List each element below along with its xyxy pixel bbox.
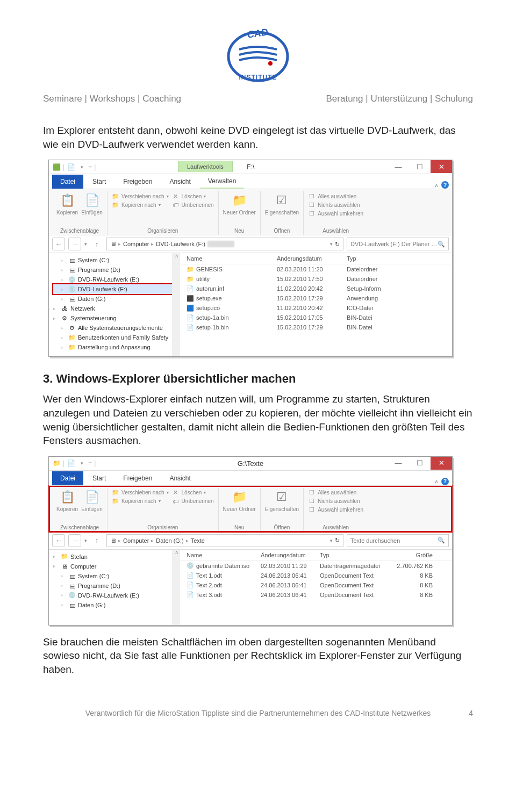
ribbon-collapse-icon[interactable]: ʌ	[435, 478, 438, 484]
rename-button[interactable]: 🏷Umbenennen	[172, 498, 214, 505]
tree-item[interactable]: ▹🖴System (C:)	[53, 255, 172, 265]
col-name[interactable]: Name	[180, 255, 277, 262]
col-name[interactable]: Name	[180, 552, 261, 558]
tree-scrollbar[interactable]: ʌ	[173, 253, 180, 356]
nav-back-button[interactable]: ←	[52, 534, 65, 547]
file-list[interactable]: Name Änderungsdatum Typ 📁GENESIS02.03.20…	[180, 253, 452, 356]
minimize-button[interactable]: —	[388, 160, 409, 173]
drive-tools-contextual-tab[interactable]: Laufwerktools	[178, 161, 233, 172]
file-row[interactable]: 📄autorun.inf11.02.2010 20:42Setup-Inform	[180, 284, 452, 293]
nav-forward-button[interactable]: →	[68, 534, 81, 547]
move-to-button[interactable]: 📁Verschieben nach ▾	[112, 489, 169, 497]
properties-button[interactable]: ☑Eigenschaften	[265, 489, 299, 512]
file-row[interactable]: 📄Text 2.odt24.06.2013 06:41OpenDocument …	[180, 580, 452, 590]
tree-item[interactable]: ▹🖴Programme (D:)	[53, 581, 172, 591]
tab-freigeben[interactable]: Freigeben	[115, 471, 160, 485]
new-folder-button[interactable]: 📁Neuer Ordner	[223, 192, 256, 215]
tree-item[interactable]: ▹⚙Alle Systemsteuerungselemente	[53, 323, 172, 333]
qat-dropdown-icon[interactable]: ▾	[77, 163, 86, 171]
file-row[interactable]: ⬛setup.exe15.02.2010 17:29Anwendung	[180, 293, 452, 303]
maximize-button[interactable]: ☐	[409, 457, 431, 470]
select-all-button[interactable]: ☐Alles auswählen	[308, 192, 363, 200]
tree-item[interactable]: ▹📁Darstellung und Anpassung	[53, 342, 172, 352]
tree-item[interactable]: ▹📁Stefan	[53, 552, 172, 562]
maximize-button[interactable]: ☐	[409, 160, 431, 173]
search-input[interactable]: Texte durchsuchen 🔍	[347, 534, 449, 547]
rename-button[interactable]: 🏷Umbenennen	[172, 201, 214, 209]
ribbon-collapse-icon[interactable]: ʌ	[435, 182, 438, 188]
tab-ansicht[interactable]: Ansicht	[161, 471, 198, 485]
select-all-button[interactable]: ☐Alles auswählen	[308, 489, 363, 497]
file-row[interactable]: 🟦setup.ico11.02.2010 20:42ICO-Datei	[180, 303, 452, 313]
move-to-button[interactable]: 📁Verschieben nach ▾	[112, 192, 169, 200]
search-input[interactable]: DVD-Laufwerk (F:) Der Planer … 🔍	[347, 238, 449, 250]
nav-history-icon[interactable]: ▾	[84, 241, 87, 247]
file-row[interactable]: 📄Text 3.odt24.06.2013 06:41OpenDocument …	[180, 590, 452, 600]
file-row[interactable]: 📄Text 1.odt24.06.2013 06:41OpenDocument …	[180, 571, 452, 580]
close-button[interactable]: ✕	[431, 160, 452, 173]
file-list[interactable]: Name Änderungsdatum Typ Größe 💿gebrannte…	[180, 550, 452, 625]
copy-button[interactable]: 📋Kopieren	[56, 489, 78, 512]
copy-to-button[interactable]: 📁Kopieren nach ▾	[112, 498, 169, 505]
paste-button[interactable]: 📄Einfügen	[81, 192, 103, 215]
new-folder-button[interactable]: 📁Neuer Ordner	[223, 489, 256, 512]
nav-up-button[interactable]: ↑	[90, 238, 103, 250]
tab-verwalten[interactable]: Verwalten	[200, 174, 245, 189]
help-icon[interactable]: ?	[441, 478, 449, 485]
tab-datei[interactable]: Datei	[52, 471, 83, 485]
tree-item[interactable]: ▹💿DVD-RW-Laufwerk (E:)	[53, 275, 172, 284]
col-type[interactable]: Typ	[347, 255, 406, 262]
nav-history-icon[interactable]: ▾	[84, 538, 87, 543]
refresh-icon[interactable]: ↻	[335, 537, 340, 544]
col-size[interactable]: Größe	[395, 552, 438, 558]
help-icon[interactable]: ?	[441, 181, 449, 189]
qat-new-icon[interactable]: 📄	[67, 163, 75, 171]
tab-start[interactable]: Start	[84, 175, 114, 189]
col-date[interactable]: Änderungsdatum	[277, 255, 347, 262]
nav-forward-button[interactable]: →	[68, 238, 81, 250]
copy-button[interactable]: 📋Kopieren	[56, 192, 78, 215]
close-button[interactable]: ✕	[431, 457, 452, 470]
qat-new-icon[interactable]: 📄	[67, 459, 75, 468]
select-none-button[interactable]: ☐Nichts auswählen	[308, 498, 363, 505]
tab-freigeben[interactable]: Freigeben	[115, 175, 160, 189]
tree-item[interactable]: ▹💿DVD-Laufwerk (F:)	[53, 284, 172, 294]
nav-up-button[interactable]: ↑	[90, 534, 103, 547]
file-row[interactable]: 💿gebrannte Daten.iso02.03.2010 11:29Date…	[180, 561, 452, 571]
tree-item[interactable]: ▹🖧Netzwerk	[53, 304, 172, 313]
col-date[interactable]: Änderungsdatum	[261, 552, 320, 558]
refresh-icon[interactable]: ↻	[335, 241, 340, 248]
file-row[interactable]: 📄setup-1a.bin15.02.2010 17:05BIN-Datei	[180, 313, 452, 322]
tree-item[interactable]: ▹📁Benutzerkonten und Family Safety	[53, 333, 172, 342]
paste-button[interactable]: 📄Einfügen	[81, 489, 103, 512]
tree-item[interactable]: ▹🖴Daten (G:)	[53, 294, 172, 304]
properties-button[interactable]: ☑Eigenschaften	[265, 192, 299, 215]
invert-selection-button[interactable]: ☐Auswahl umkehren	[308, 210, 363, 217]
tree-item[interactable]: ▹💿DVD-RW-Laufwerk (E:)	[53, 591, 172, 600]
nav-back-button[interactable]: ←	[52, 238, 65, 250]
minimize-button[interactable]: —	[388, 457, 409, 470]
tab-ansicht[interactable]: Ansicht	[161, 175, 198, 189]
tree-scrollbar[interactable]: ʌ	[173, 550, 180, 625]
nav-tree[interactable]: ▹📁Stefan▹🖥Computer▹🖴System (C:)▹🖴Program…	[49, 550, 173, 625]
file-row[interactable]: 📁utility15.02.2010 17:50Dateiordner	[180, 274, 452, 284]
file-row[interactable]: 📄setup-1b.bin15.02.2010 17:29BIN-Datei	[180, 322, 452, 332]
delete-button[interactable]: ✕Löschen ▾	[172, 192, 214, 200]
breadcrumb[interactable]: 🖥 ▸ Computer ▸ DVD-Laufwerk (F:) ▾ ↻	[106, 238, 343, 250]
invert-selection-button[interactable]: ☐Auswahl umkehren	[308, 506, 363, 514]
nav-tree[interactable]: ▹🖴System (C:)▹🖴Programme (D:)▹💿DVD-RW-La…	[49, 253, 173, 356]
col-type[interactable]: Typ	[320, 552, 395, 558]
select-none-button[interactable]: ☐Nichts auswählen	[308, 201, 363, 209]
tree-item[interactable]: ▹🖥Computer	[53, 562, 172, 571]
qat-dropdown-icon[interactable]: ▾	[77, 459, 86, 468]
tree-item[interactable]: ▹⚙Systemsteuerung	[53, 313, 172, 323]
tree-item[interactable]: ▹🖴System (C:)	[53, 571, 172, 581]
tree-item[interactable]: ▹🖴Daten (G:)	[53, 600, 172, 610]
delete-button[interactable]: ✕Löschen ▾	[172, 489, 214, 497]
copy-to-button[interactable]: 📁Kopieren nach ▾	[112, 201, 169, 209]
tab-datei[interactable]: Datei	[52, 175, 83, 189]
tab-start[interactable]: Start	[84, 471, 114, 485]
file-row[interactable]: 📁GENESIS02.03.2010 11:20Dateiordner	[180, 264, 452, 274]
tree-item[interactable]: ▹🖴Programme (D:)	[53, 265, 172, 275]
breadcrumb[interactable]: 🖥 ▸ Computer ▸ Daten (G:) ▸ Texte ▾ ↻	[106, 534, 343, 547]
